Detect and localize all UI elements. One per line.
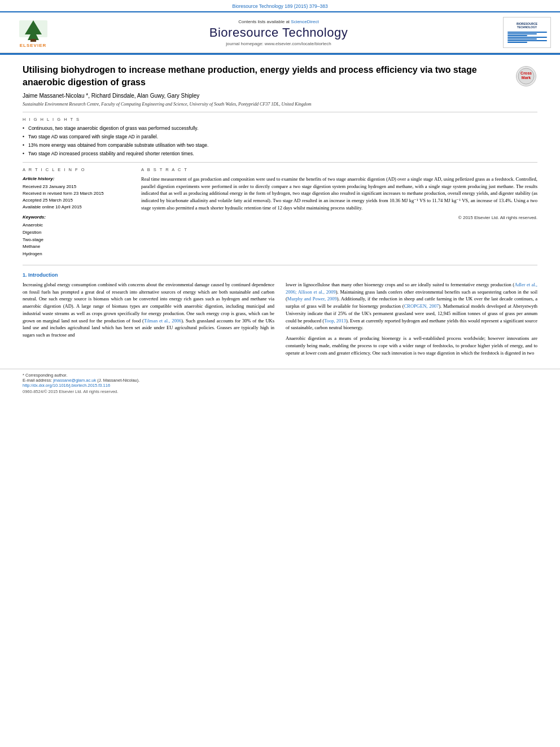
crossmark-badge[interactable]: Cross Mark [516,66,537,88]
journal-logo-box: BIORESOURCETECHNOLOGY [503,17,551,48]
highlight-item-2: Two stage AD was compared with single st… [23,134,537,141]
abstract-heading: A B S T R A C T [141,167,537,172]
revised-date: Received in revised form 23 March 2015 [23,191,104,196]
crossmark-svg: Cross Mark [518,68,535,85]
contents-available-line: Contents lists available at ScienceDirec… [63,19,495,24]
journal-ref-text: Bioresource Technology 189 (2015) 379–38… [232,3,328,9]
affiliation: Sustainable Environment Research Centre,… [23,101,537,107]
keywords-list: Anaerobic Digestion Two-stage Methane Hy… [23,222,130,258]
introduction-section: 1. Introduction Increasing global energy… [23,272,537,360]
intro-p2: lower in lignocellulose than many other … [286,281,537,331]
logo-line-5 [508,38,537,40]
article-info-heading: A R T I C L E I N F O [23,167,130,172]
journal-homepage: journal homepage: www.elsevier.com/locat… [63,41,495,46]
logo-line-2 [508,33,537,34]
abstract-text: Real time measurement of gas production … [141,176,537,212]
corresponding-author-note: * Corresponding author. [23,373,537,378]
journal-title: Bioresource Technology [63,25,495,40]
elsevier-tree-svg [14,18,53,43]
logo-line-1 [508,32,547,33]
journal-reference: Bioresource Technology 189 (2015) 379–38… [0,0,560,11]
highlight-item-3: 13% more energy was obtained from compar… [23,142,537,149]
history-label: Article history: [23,176,130,182]
tilman-ref[interactable]: Tilman et al., 2006 [144,318,181,324]
svg-rect-2 [30,39,36,42]
corresponding-label: * Corresponding author. [23,373,67,378]
journal-logo-right: BIORESOURCETECHNOLOGY [500,17,551,48]
page: Bioresource Technology 189 (2015) 379–38… [0,0,560,397]
elsevier-name: ELSEVIER [20,43,47,48]
keyword-3: Two-stage [23,237,130,244]
adler-ref[interactable]: Adler et al., 2006; Allison et al., 2009 [286,282,537,295]
toop-ref[interactable]: Toop, 2013 [324,318,346,324]
journal-header-center: Contents lists available at ScienceDirec… [63,19,495,46]
body-col-2: lower in lignocellulose than many other … [286,281,537,360]
page-footer: * Corresponding author. E-mail address: … [0,369,560,397]
article-info-abstract-section: A R T I C L E I N F O Article history: R… [23,167,537,258]
doi-link[interactable]: http://dx.doi.org/10.1016/j.biortech.201… [23,383,110,388]
elsevier-logo: ELSEVIER [9,17,57,48]
abstract-col: A B S T R A C T Real time measurement of… [141,167,537,258]
svg-text:Mark: Mark [522,76,531,80]
keyword-1: Anaerobic [23,222,130,229]
email-label: E-mail address: [23,378,52,383]
logo-line-4 [508,37,547,38]
highlights-heading: H I G H L I G H T S [23,117,537,122]
svg-text:Cross: Cross [520,71,532,75]
highlight-item-4: Two stage AD increased process stability… [23,151,537,158]
sciencedirect-link[interactable]: ScienceDirect [291,19,318,24]
article-info-block: Article history: Received 23 January 201… [23,176,130,258]
email-note: E-mail address: jmassane@glam.ac.uk (J. … [23,378,537,383]
keyword-4: Methane [23,243,130,251]
intro-p1: Increasing global energy consumption com… [23,281,274,339]
introduction-title: 1. Introduction [23,272,537,278]
journal-logo-title: BIORESOURCETECHNOLOGY [517,22,537,29]
article-info-col: A R T I C L E I N F O Article history: R… [23,167,130,258]
cropgen-ref[interactable]: CROPGEN, 2007 [404,303,439,309]
keyword-5: Hydrogen [23,251,130,258]
article-title-section: Utilising biohydrogen to increase methan… [23,64,537,88]
contents-text: Contents lists available at [238,19,290,24]
logo-decoration [508,31,547,43]
copyright: © 2015 Elsevier Ltd. All rights reserved… [141,215,537,220]
journal-header: ELSEVIER Contents lists available at Sci… [0,11,560,53]
divider-1 [23,112,537,112]
keyword-2: Digestion [23,229,130,237]
logo-line-3 [508,35,527,36]
authors-text: Jaime Massanet-Nicolau *, Richard Dinsda… [23,93,199,99]
murphy-ref[interactable]: Murphy and Power, 2009 [287,296,337,302]
divider-2 [23,162,537,163]
article-title: Utilising biohydrogen to increase methan… [23,64,510,88]
issn-note: 0960-8524/© 2015 Elsevier Ltd. All right… [23,389,537,394]
logo-line-7 [508,42,527,43]
received-date: Received 23 January 2015 [23,184,76,189]
highlights-list: Continuous, two stage anaerobic digestio… [23,125,537,158]
section-number: 1. [23,272,28,278]
body-col-1: Increasing global energy consumption com… [23,281,274,360]
highlights-section: H I G H L I G H T S Continuous, two stag… [23,117,537,158]
authors: Jaime Massanet-Nicolau *, Richard Dinsda… [23,93,537,99]
body-columns: Increasing global energy consumption com… [23,281,537,360]
email-link[interactable]: jmassane@glam.ac.uk [53,378,96,383]
highlight-item-1: Continuous, two stage anaerobic digestio… [23,125,537,132]
email-name: (J. Massanet-Nicolau). [97,378,139,383]
keywords-label: Keywords: [23,214,130,221]
crossmark-circle: Cross Mark [516,66,536,86]
logo-line-6 [508,40,547,41]
divider-3 [23,265,537,265]
intro-p3: Anaerobic digestion as a means of produc… [286,335,537,356]
accepted-date: Accepted 25 March 2015 [23,198,73,203]
section-name: Introduction [28,272,58,278]
main-content: Utilising biohydrogen to increase methan… [0,55,560,369]
doi-note: http://dx.doi.org/10.1016/j.biortech.201… [23,383,537,388]
available-date: Available online 10 April 2015 [23,204,82,209]
